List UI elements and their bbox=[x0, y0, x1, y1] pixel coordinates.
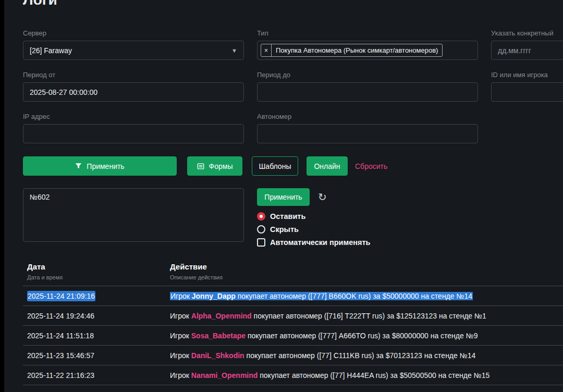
reset-button[interactable]: Сбросить bbox=[355, 162, 387, 170]
radio-keep-label: Оставить bbox=[270, 212, 305, 220]
ip-label: IP адрес bbox=[23, 113, 244, 120]
type-multiselect[interactable]: × Покупка Автономера (Рынок симкарт/авто… bbox=[257, 41, 478, 60]
type-tag-label: Покупка Автономера (Рынок симкарт/автоно… bbox=[272, 44, 442, 56]
autonumber-label: Автономер bbox=[257, 113, 478, 120]
field-type: Тип × Покупка Автономера (Рынок симкарт/… bbox=[257, 29, 478, 60]
log-table: Дата Дата и время Действие Описание дейс… bbox=[23, 262, 563, 392]
table-row[interactable]: 2025-11-23 15:46:57 Игрок DaniL_Shkodin … bbox=[23, 345, 563, 365]
type-label: Тип bbox=[257, 29, 478, 37]
note-controls: Применить ↻ Оставить Скрыть Автоматическ… bbox=[257, 188, 371, 247]
table-row[interactable]: 2025-11-22 21:16:23 Игрок Nanami_Openmin… bbox=[23, 365, 563, 385]
type-tag: × Покупка Автономера (Рынок симкарт/авто… bbox=[261, 44, 443, 57]
log-date-cell: 2025-11-22 21:16:23 bbox=[23, 371, 166, 379]
radio-unchecked-icon bbox=[257, 225, 265, 234]
player-name[interactable]: Nanami_Openmind bbox=[191, 371, 258, 379]
date-column-subtitle: Дата и время bbox=[27, 274, 166, 280]
player-name[interactable]: Sosa_Babetape bbox=[191, 332, 246, 340]
page-title: Логи bbox=[23, 0, 57, 8]
log-action: Игрок Nanami_Openmind покупает автономер… bbox=[170, 371, 489, 379]
forms-label: Формы bbox=[209, 162, 233, 170]
server-label: Сервер bbox=[23, 29, 244, 37]
radio-keep[interactable]: Оставить bbox=[257, 212, 371, 220]
log-date-cell: 2025-11-24 19:24:46 bbox=[23, 312, 166, 320]
toolbar: Применить Формы Шаблоны Онлайн Сбросить bbox=[23, 156, 563, 176]
note-textarea[interactable]: №602 bbox=[23, 188, 244, 242]
player-name[interactable]: DaniL_Shkodin bbox=[191, 351, 244, 360]
server-select-value: [26] Faraway bbox=[30, 46, 72, 55]
field-specific-date: Указать конкретный bbox=[491, 29, 563, 60]
filter-funnel-icon bbox=[75, 163, 82, 169]
log-action: Игрок Sosa_Babetape покупает автономер (… bbox=[170, 332, 478, 340]
main-content: Сервер [26] Faraway ▼ Тип × Покупка Авто… bbox=[0, 29, 563, 392]
table-row[interactable]: 2025-11-24 19:24:46 Игрок Alpha_Openmind… bbox=[23, 305, 563, 325]
log-action-cell: Игрок Jonny_Dapp покупает автономер ([77… bbox=[166, 292, 563, 300]
player-id-input[interactable] bbox=[491, 82, 563, 102]
log-action-cell: Игрок Alpha_Openmind покупает автономер … bbox=[166, 312, 563, 320]
radio-checked-icon bbox=[257, 212, 265, 220]
period-from-input[interactable] bbox=[23, 82, 244, 102]
table-row[interactable]: 2025-11-24 11:51:18 Игрок Sosa_Babetape … bbox=[23, 325, 563, 345]
player-name[interactable]: Alpha_Openmind bbox=[191, 312, 252, 320]
log-action: Игрок DaniL_Shkodin покупает автономер (… bbox=[170, 351, 475, 360]
column-header-action: Действие Описание действия bbox=[166, 262, 223, 280]
note-apply-label: Применить bbox=[264, 193, 302, 201]
forms-button[interactable]: Формы bbox=[187, 156, 242, 176]
refresh-icon[interactable]: ↻ bbox=[318, 192, 327, 202]
log-action: Игрок Alpha_Openmind покупает автономер … bbox=[170, 312, 486, 320]
log-action-cell: Игрок Nanami_Openmind покупает автономер… bbox=[166, 371, 563, 379]
form-window-icon bbox=[197, 163, 204, 170]
note-apply-row: Применить ↻ bbox=[257, 188, 371, 206]
log-date: 2025-11-23 15:46:57 bbox=[27, 351, 94, 360]
field-player-id: ID или имя игрока bbox=[491, 71, 563, 102]
filters-form: Сервер [26] Faraway ▼ Тип × Покупка Авто… bbox=[23, 29, 563, 143]
log-date: 2025-11-24 19:24:46 bbox=[27, 312, 94, 320]
log-table-body: 2025-11-24 21:09:16 Игрок Jonny_Dapp пок… bbox=[23, 286, 563, 392]
table-row[interactable]: 2025-11-24 21:09:16 Игрок Jonny_Dapp пок… bbox=[23, 286, 563, 305]
period-from-label: Период от bbox=[23, 71, 244, 79]
note-apply-button[interactable]: Применить bbox=[257, 188, 310, 206]
action-column-subtitle: Описание действия bbox=[170, 274, 223, 280]
player-id-label: ID или имя игрока bbox=[491, 71, 563, 79]
log-action-cell: Игрок DaniL_Shkodin покупает автономер (… bbox=[166, 351, 563, 360]
log-date-cell: 2025-11-24 21:09:16 bbox=[23, 292, 166, 300]
radio-hide-label: Скрыть bbox=[270, 225, 299, 234]
period-to-label: Период до bbox=[257, 71, 478, 79]
table-header: Дата Дата и время Действие Описание дейс… bbox=[23, 262, 563, 286]
autonumber-input[interactable] bbox=[257, 124, 478, 143]
field-period-from: Период от bbox=[23, 71, 244, 102]
table-row[interactable]: 2025-11-22 20:31:14 Игрок Ramzan_Openmin… bbox=[23, 385, 563, 392]
templates-button[interactable]: Шаблоны bbox=[252, 156, 298, 176]
radio-hide[interactable]: Скрыть bbox=[257, 225, 371, 234]
log-date-cell: 2025-11-24 11:51:18 bbox=[23, 332, 166, 340]
log-action: Игрок Jonny_Dapp покупает автономер ([77… bbox=[170, 292, 473, 300]
filters-spacer bbox=[491, 113, 563, 143]
log-date: 2025-11-24 21:09:16 bbox=[27, 291, 95, 301]
log-date: 2025-11-22 21:16:23 bbox=[27, 371, 94, 379]
period-to-input[interactable] bbox=[257, 82, 478, 102]
date-column-title: Дата bbox=[27, 262, 166, 271]
checkbox-auto-apply-label: Автоматически применять bbox=[270, 238, 371, 247]
player-name[interactable]: Jonny_Dapp bbox=[192, 292, 236, 300]
specific-date-input[interactable] bbox=[491, 41, 563, 60]
field-autonumber: Автономер bbox=[257, 113, 478, 143]
field-period-to: Период до bbox=[257, 71, 478, 102]
checkbox-icon bbox=[257, 238, 265, 247]
field-server: Сервер [26] Faraway ▼ bbox=[23, 29, 244, 60]
apply-filters-label: Применить bbox=[87, 162, 124, 170]
checkbox-auto-apply[interactable]: Автоматически применять bbox=[257, 238, 371, 247]
server-select[interactable]: [26] Faraway ▼ bbox=[23, 41, 244, 60]
log-date-cell: 2025-11-23 15:46:57 bbox=[23, 351, 166, 360]
online-label: Онлайн bbox=[314, 162, 340, 170]
action-column-title: Действие bbox=[170, 262, 223, 271]
note-section: №602 Применить ↻ Оставить Скрыть bbox=[23, 188, 563, 247]
specific-date-label: Указать конкретный bbox=[491, 29, 563, 37]
tag-remove-icon[interactable]: × bbox=[261, 44, 272, 56]
apply-filters-button[interactable]: Применить bbox=[23, 156, 177, 176]
left-edge-strip bbox=[0, 0, 4, 392]
ip-input[interactable] bbox=[23, 124, 244, 143]
note-options: Оставить Скрыть Автоматически применять bbox=[257, 212, 371, 247]
column-header-date: Дата Дата и время bbox=[23, 262, 166, 280]
online-button[interactable]: Онлайн bbox=[307, 156, 348, 176]
templates-label: Шаблоны bbox=[259, 162, 291, 170]
chevron-down-icon: ▼ bbox=[231, 47, 237, 54]
